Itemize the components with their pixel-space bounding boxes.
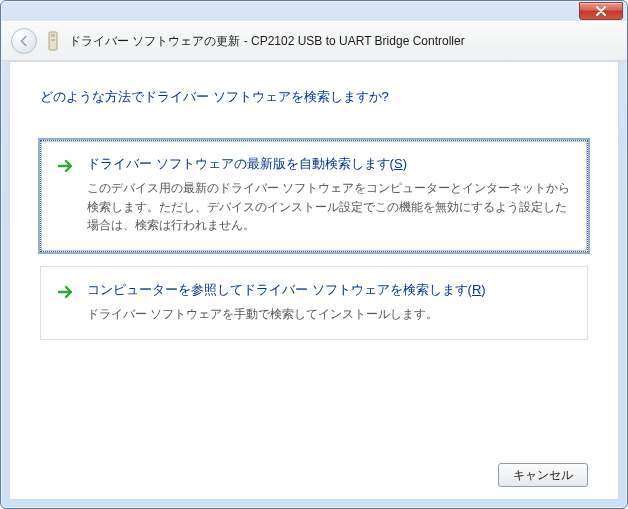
back-button[interactable] bbox=[11, 28, 37, 54]
option-title-pre: ドライバー ソフトウェアの最新版を自動検索します( bbox=[87, 156, 394, 171]
prompt-text: どのような方法でドライバー ソフトウェアを検索しますか? bbox=[40, 88, 588, 106]
option-text: コンピューターを参照してドライバー ソフトウェアを検索します(R) ドライバー … bbox=[87, 281, 571, 324]
arrow-right-icon bbox=[57, 157, 75, 175]
header-bar: ドライバー ソフトウェアの更新 - CP2102 USB to UART Bri… bbox=[1, 21, 627, 61]
option-browse-computer[interactable]: コンピューターを参照してドライバー ソフトウェアを検索します(R) ドライバー … bbox=[40, 266, 588, 341]
option-description: このデバイス用の最新のドライバー ソフトウェアをコンピューターとインターネットか… bbox=[87, 179, 571, 235]
svg-rect-1 bbox=[51, 34, 55, 37]
option-title: ドライバー ソフトウェアの最新版を自動検索します(S) bbox=[87, 155, 571, 173]
option-title-pre: コンピューターを参照してドライバー ソフトウェアを検索します( bbox=[87, 282, 472, 297]
device-icon bbox=[45, 31, 61, 51]
wizard-body: どのような方法でドライバー ソフトウェアを検索しますか? ドライバー ソフトウェ… bbox=[9, 61, 619, 500]
close-button[interactable] bbox=[579, 2, 623, 20]
option-title-post: ) bbox=[481, 282, 485, 297]
footer: キャンセル bbox=[40, 451, 588, 487]
option-description: ドライバー ソフトウェアを手動で検索してインストールします。 bbox=[87, 305, 571, 324]
option-auto-search[interactable]: ドライバー ソフトウェアの最新版を自動検索します(S) このデバイス用の最新のド… bbox=[40, 140, 588, 252]
wizard-window: ドライバー ソフトウェアの更新 - CP2102 USB to UART Bri… bbox=[0, 0, 628, 509]
option-accelerator: R bbox=[472, 282, 481, 297]
svg-rect-2 bbox=[51, 39, 55, 41]
option-title-post: ) bbox=[403, 156, 407, 171]
back-arrow-icon bbox=[17, 34, 31, 48]
titlebar bbox=[1, 1, 627, 21]
arrow-right-icon bbox=[57, 283, 75, 301]
close-icon bbox=[596, 6, 606, 16]
option-accelerator: S bbox=[394, 156, 403, 171]
cancel-button[interactable]: キャンセル bbox=[498, 463, 588, 487]
page-title: ドライバー ソフトウェアの更新 - CP2102 USB to UART Bri… bbox=[69, 33, 465, 50]
options-list: ドライバー ソフトウェアの最新版を自動検索します(S) このデバイス用の最新のド… bbox=[40, 140, 588, 340]
option-text: ドライバー ソフトウェアの最新版を自動検索します(S) このデバイス用の最新のド… bbox=[87, 155, 571, 235]
option-title: コンピューターを参照してドライバー ソフトウェアを検索します(R) bbox=[87, 281, 571, 299]
